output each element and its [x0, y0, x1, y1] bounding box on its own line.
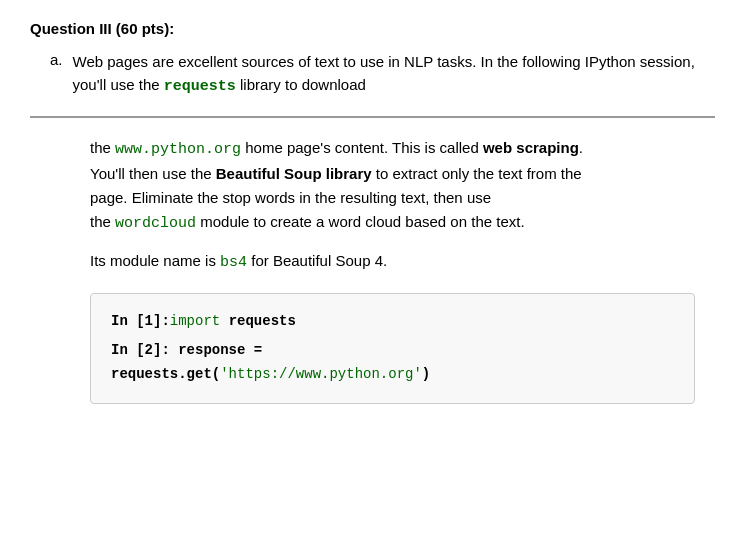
line2-text: You'll then use the [90, 165, 216, 182]
line2-suffix: to extract only the text from the [372, 165, 582, 182]
beautiful-soup-bold: Beautiful Soup library [216, 165, 372, 182]
bs4-code: bs4 [220, 254, 247, 271]
requests-get: requests.get( [111, 366, 220, 382]
code-line-2: In [2]: response = [111, 339, 674, 363]
code-line-3: requests.get('https://www.python.org') [111, 363, 674, 387]
line3-text: page. Eliminate the stop words in the re… [90, 189, 491, 206]
web-scraping-bold: web scraping [483, 139, 579, 156]
line1-end: . [579, 139, 583, 156]
code-block: In [1]:import requests In [2]: response … [90, 293, 695, 404]
part-a-label: a. [50, 51, 63, 98]
closing-paren: ) [422, 366, 430, 382]
part-a-text: Web pages are excellent sources of text … [73, 51, 715, 98]
part-a-text-2: library to download [236, 76, 366, 93]
requests-import: requests [220, 313, 296, 329]
page-container: Question III (60 pts): a. Web pages are … [0, 0, 745, 424]
line4-prefix: the [90, 213, 115, 230]
wordcloud-code: wordcloud [115, 215, 196, 232]
module-note-prefix: Its module name is [90, 252, 220, 269]
question-part-a: a. Web pages are excellent sources of te… [50, 51, 715, 98]
python-org-link: www.python.org [115, 141, 241, 158]
url-string: 'https://www.python.org' [220, 366, 422, 382]
line4-suffix: module to create a word cloud based on t… [196, 213, 525, 230]
line1-prefix: the [90, 139, 115, 156]
code-line-1: In [1]:import requests [111, 310, 674, 334]
section-divider [30, 116, 715, 118]
question-title: Question III (60 pts): [30, 20, 715, 37]
code-prompt-2: In [2]: [111, 342, 170, 358]
module-note: Its module name is bs4 for Beautiful Sou… [90, 250, 715, 275]
line1-suffix: home page's content. This is called [241, 139, 483, 156]
response-assign: response = [170, 342, 262, 358]
module-note-suffix: for Beautiful Soup 4. [247, 252, 387, 269]
continuation-text: the www.python.org home page's content. … [90, 136, 715, 236]
requests-code-inline: requests [164, 78, 236, 95]
code-prompt-1: In [1]: [111, 313, 170, 329]
import-keyword: import [170, 313, 220, 329]
